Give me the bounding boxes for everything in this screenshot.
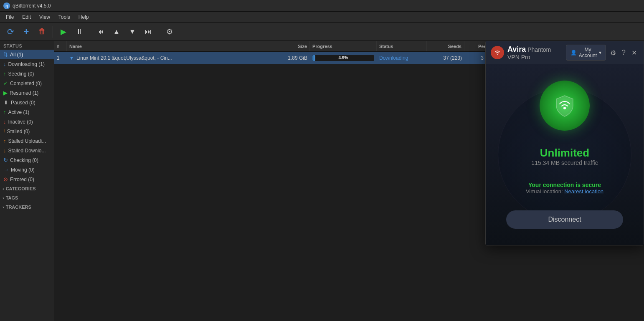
vpn-account-button[interactable]: 👤 My Account ▾ [566,45,606,61]
categories-chevron: › [3,186,4,191]
sidebar-item-inactive[interactable]: ↓ Inactive (0) [0,117,54,126]
active-icon: ↑ [3,109,6,115]
menu-view[interactable]: View [35,13,54,21]
sidebar-item-stalled[interactable]: ! Stalled (0) [0,126,54,136]
col-header-size[interactable]: Size [272,41,310,51]
main-layout: STATUS ⇅ All (1) ↓ Downloading (1) ↑ See… [0,41,644,321]
categories-group[interactable]: › CATEGORIES [0,184,54,193]
stalled-downloading-label: Stalled Downlo... [8,148,52,154]
vpn-shield-svg [551,92,578,119]
vpn-header: Avira Phantom VPN Pro 👤 My Account ▾ ⚙ ?… [486,41,644,64]
stalled-label: Stalled (0) [7,129,51,134]
vpn-location-link[interactable]: Nearest location [564,188,603,195]
menu-edit[interactable]: Edit [18,13,35,21]
tags-label: TAGS [6,195,18,200]
avira-logo-icon [491,46,504,59]
trackers-group[interactable]: › TRACKERS [0,202,54,212]
errored-icon: ⊘ [3,176,8,182]
col-header-status[interactable]: Status [377,41,427,51]
vpn-body: Unlimited 115.34 MB secured traffic Your… [486,64,644,245]
inactive-label: Inactive (0) [8,119,52,125]
vpn-status-unlimited: Unlimited [531,147,598,159]
col-header-progress[interactable]: Progress [310,41,377,51]
all-label: All (1) [10,52,51,58]
add-torrent-button[interactable]: + [19,25,33,39]
resumed-label: Resumed (1) [10,90,51,96]
vpn-close-button[interactable]: ✕ [630,48,639,58]
menu-bar: File Edit View Tools Help [0,12,644,23]
move-bottom-button[interactable]: ⏭ [141,25,155,39]
move-down-button[interactable]: ▼ [125,25,139,39]
torrent-name: ▼ Linux Mint 20.1 &quot;Ulyssa&quot; - C… [67,52,272,64]
vpn-account-label: My Account [579,47,597,58]
downloading-label: Downloading (1) [8,61,52,67]
sidebar-item-downloading[interactable]: ↓ Downloading (1) [0,59,54,69]
completed-icon: ✓ [3,80,8,86]
menu-help[interactable]: Help [74,13,93,21]
options-button[interactable]: ⚙ [162,25,177,39]
account-person-icon: 👤 [570,50,577,56]
torrent-seeds: 37 (223) [427,52,464,64]
vpn-help-button[interactable]: ? [620,48,627,57]
start-button[interactable]: ▶ [56,25,71,39]
vpn-location: Virtual location: Nearest location [526,188,603,195]
inactive-icon: ↓ [3,119,6,125]
sidebar-item-stalled-uploading[interactable]: ↑ Stalled Uploadi... [0,136,54,146]
svg-point-0 [563,107,566,109]
content-area: # Name Size Progress Status Seeds Peers … [54,41,644,321]
checking-icon: ↻ [3,157,8,163]
stalled-icon: ! [3,128,5,134]
toolbar-separator-3 [159,26,159,38]
resumed-icon: ▶ [3,90,8,96]
stalled-uploading-icon: ↑ [3,138,6,144]
sidebar-item-errored[interactable]: ⊘ Errored (0) [0,174,54,184]
sidebar-item-moving[interactable]: → Moving (0) [0,165,54,174]
vpn-brand-name: Avira [507,45,526,53]
torrent-progress: 4.9% [310,52,377,64]
toolbar-separator [53,26,53,38]
sidebar: STATUS ⇅ All (1) ↓ Downloading (1) ↑ See… [0,41,54,321]
move-top-button[interactable]: ⏮ [94,25,108,39]
torrent-size: 1.89 GiB [272,52,310,64]
app-title: qBittorrent v4.5.0 [13,3,51,9]
move-up-button[interactable]: ▲ [109,25,124,39]
resume-all-button[interactable]: ⟳ [3,25,18,39]
sidebar-item-all[interactable]: ⇅ All (1) [0,50,54,59]
toolbar-separator-2 [90,26,90,38]
completed-label: Completed (0) [10,81,51,86]
pause-button[interactable]: ⏸ [72,25,86,39]
progress-label: 4.9% [312,55,374,61]
col-header-num[interactable]: # [54,41,67,51]
sidebar-item-resumed[interactable]: ▶ Resumed (1) [0,88,54,98]
all-icon: ⇅ [3,51,8,58]
seeding-label: Seeding (0) [8,71,52,77]
vpn-location-label: Virtual location: [526,188,563,195]
menu-tools[interactable]: Tools [54,13,74,21]
tags-group[interactable]: › TAGS [0,193,54,202]
sidebar-item-checking[interactable]: ↻ Checking (0) [0,155,54,165]
stalled-downloading-icon: ↓ [3,147,6,154]
sidebar-item-paused[interactable]: ⏸ Paused (0) [0,98,54,107]
downloading-icon: ↓ [3,61,6,67]
vpn-traffic-text: 115.34 MB secured traffic [531,159,598,166]
vpn-header-actions: 👤 My Account ▾ ⚙ ? ✕ [566,45,639,61]
sidebar-item-active[interactable]: ↑ Active (1) [0,107,54,117]
sidebar-item-seeding[interactable]: ↑ Seeding (0) [0,69,54,78]
torrent-num: 1 [54,52,67,64]
checking-label: Checking (0) [10,157,51,163]
delete-button[interactable]: 🗑 [35,25,49,39]
moving-label: Moving (0) [11,167,51,173]
avira-wifi-svg [493,48,502,57]
vpn-panel: Avira Phantom VPN Pro 👤 My Account ▾ ⚙ ?… [485,41,644,245]
categories-label: CATEGORIES [6,186,36,191]
menu-file[interactable]: File [2,13,18,21]
col-header-seeds[interactable]: Seeds [427,41,464,51]
col-header-name[interactable]: Name [67,41,272,51]
paused-icon: ⏸ [3,99,9,106]
sidebar-item-stalled-downloading[interactable]: ↓ Stalled Downlo... [0,146,54,155]
stalled-uploading-label: Stalled Uploadi... [8,138,52,144]
vpn-disconnect-button[interactable]: Disconnect [506,210,623,229]
vpn-settings-button[interactable]: ⚙ [609,48,618,58]
sidebar-item-completed[interactable]: ✓ Completed (0) [0,78,54,88]
status-section-header: STATUS [0,41,54,50]
